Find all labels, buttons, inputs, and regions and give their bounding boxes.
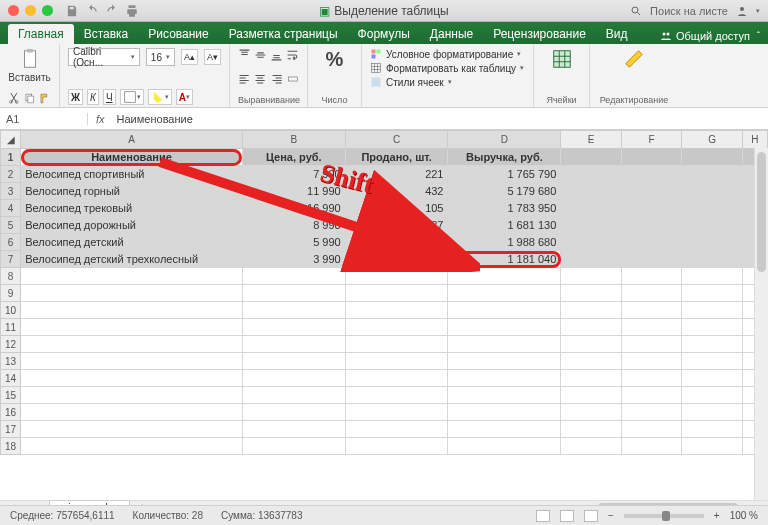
cell[interactable] bbox=[682, 285, 742, 302]
zoom-level[interactable]: 100 % bbox=[730, 510, 758, 521]
cell[interactable] bbox=[242, 285, 345, 302]
view-page-break-icon[interactable] bbox=[584, 510, 598, 522]
cell[interactable] bbox=[242, 404, 345, 421]
vertical-scrollbar[interactable] bbox=[754, 148, 768, 500]
search-icon[interactable] bbox=[630, 5, 642, 17]
cell[interactable] bbox=[621, 234, 681, 251]
align-right-icon[interactable] bbox=[271, 72, 283, 86]
share-button[interactable]: Общий доступ bbox=[676, 30, 750, 42]
column-header-F[interactable]: F bbox=[621, 131, 681, 149]
column-header-A[interactable]: A bbox=[21, 131, 243, 149]
row-header[interactable]: 7 bbox=[1, 251, 21, 268]
cell[interactable]: Наименование bbox=[21, 149, 243, 166]
cell[interactable] bbox=[682, 234, 742, 251]
font-name-select[interactable]: Calibri (Осн...▾ bbox=[68, 48, 140, 66]
cell[interactable]: 16 990 bbox=[242, 200, 345, 217]
cell[interactable]: 11 990 bbox=[242, 183, 345, 200]
align-bottom-icon[interactable] bbox=[270, 48, 283, 62]
cell[interactable] bbox=[682, 404, 742, 421]
cell[interactable] bbox=[345, 285, 448, 302]
cell[interactable] bbox=[345, 370, 448, 387]
cell[interactable] bbox=[448, 421, 561, 438]
cell[interactable] bbox=[561, 285, 621, 302]
cell[interactable] bbox=[21, 438, 243, 455]
column-header-E[interactable]: E bbox=[561, 131, 621, 149]
cell[interactable] bbox=[21, 285, 243, 302]
zoom-out-button[interactable]: − bbox=[608, 510, 614, 521]
formula-input[interactable]: Наименование bbox=[113, 113, 197, 125]
minimize-window-button[interactable] bbox=[25, 5, 36, 16]
save-icon[interactable] bbox=[65, 4, 79, 18]
cell[interactable]: Цена, руб. bbox=[242, 149, 345, 166]
cell[interactable] bbox=[621, 302, 681, 319]
cell[interactable] bbox=[621, 319, 681, 336]
cells-button[interactable] bbox=[542, 48, 581, 70]
row-header[interactable]: 10 bbox=[1, 302, 21, 319]
select-all-corner[interactable]: ◢ bbox=[1, 131, 21, 149]
cell[interactable] bbox=[448, 404, 561, 421]
cell[interactable]: 1 783 950 bbox=[448, 200, 561, 217]
cell[interactable] bbox=[561, 302, 621, 319]
print-icon[interactable] bbox=[125, 4, 139, 18]
cell[interactable] bbox=[561, 217, 621, 234]
row-header[interactable]: 2 bbox=[1, 166, 21, 183]
cell[interactable] bbox=[682, 302, 742, 319]
number-format-button[interactable]: % bbox=[316, 48, 353, 71]
cell[interactable] bbox=[21, 336, 243, 353]
cell[interactable] bbox=[621, 268, 681, 285]
cell[interactable] bbox=[345, 387, 448, 404]
view-normal-icon[interactable] bbox=[536, 510, 550, 522]
format-as-table-button[interactable]: Форматировать как таблицу▾ bbox=[370, 62, 525, 74]
cell[interactable] bbox=[345, 268, 448, 285]
cell[interactable]: Выручка, руб. bbox=[448, 149, 561, 166]
cell[interactable]: 105 bbox=[345, 200, 448, 217]
row-header[interactable]: 8 bbox=[1, 268, 21, 285]
cell[interactable] bbox=[621, 166, 681, 183]
cell[interactable] bbox=[242, 302, 345, 319]
paste-button[interactable]: Вставить bbox=[8, 48, 51, 83]
cell[interactable] bbox=[561, 251, 621, 268]
cell[interactable] bbox=[682, 370, 742, 387]
cell[interactable] bbox=[21, 302, 243, 319]
cell[interactable] bbox=[621, 370, 681, 387]
cell[interactable]: 5 990 bbox=[242, 234, 345, 251]
cell[interactable] bbox=[682, 183, 742, 200]
bold-button[interactable]: Ж bbox=[68, 89, 83, 105]
cell[interactable]: 1 681 130 bbox=[448, 217, 561, 234]
column-header-C[interactable]: C bbox=[345, 131, 448, 149]
cell[interactable]: Велосипед дорожный bbox=[21, 217, 243, 234]
cell[interactable]: 432 bbox=[345, 183, 448, 200]
cell[interactable]: 332 bbox=[345, 234, 448, 251]
row-header[interactable]: 1 bbox=[1, 149, 21, 166]
cell[interactable] bbox=[448, 370, 561, 387]
cell[interactable]: 3 990 bbox=[242, 251, 345, 268]
cell[interactable]: 5 179 680 bbox=[448, 183, 561, 200]
cell[interactable]: 221 bbox=[345, 166, 448, 183]
cell[interactable] bbox=[621, 353, 681, 370]
cell[interactable] bbox=[21, 387, 243, 404]
cell[interactable] bbox=[621, 387, 681, 404]
cell[interactable] bbox=[561, 336, 621, 353]
cell[interactable] bbox=[448, 285, 561, 302]
wrap-text-icon[interactable] bbox=[286, 48, 299, 62]
merge-icon[interactable] bbox=[287, 72, 299, 86]
cell[interactable] bbox=[21, 421, 243, 438]
cell[interactable] bbox=[345, 438, 448, 455]
row-header[interactable]: 16 bbox=[1, 404, 21, 421]
cell[interactable]: 7 990 bbox=[242, 166, 345, 183]
titlebar-chevron-icon[interactable]: ▾ bbox=[756, 7, 760, 15]
cell[interactable] bbox=[242, 387, 345, 404]
fill-color-icon[interactable]: ▾ bbox=[148, 89, 172, 105]
ribbon-tab-0[interactable]: Главная bbox=[8, 24, 74, 44]
zoom-slider[interactable] bbox=[624, 514, 704, 518]
align-middle-icon[interactable] bbox=[254, 48, 267, 62]
cell[interactable]: Велосипед спортивный bbox=[21, 166, 243, 183]
search-placeholder[interactable]: Поиск на листе bbox=[650, 5, 728, 17]
decrease-font-icon[interactable]: A▾ bbox=[204, 49, 221, 65]
cell[interactable] bbox=[621, 200, 681, 217]
cell[interactable]: 1 765 790 bbox=[448, 166, 561, 183]
cell[interactable] bbox=[448, 336, 561, 353]
cell[interactable]: Продано, шт. bbox=[345, 149, 448, 166]
cell[interactable] bbox=[21, 319, 243, 336]
ribbon-tab-6[interactable]: Рецензирование bbox=[483, 24, 596, 44]
